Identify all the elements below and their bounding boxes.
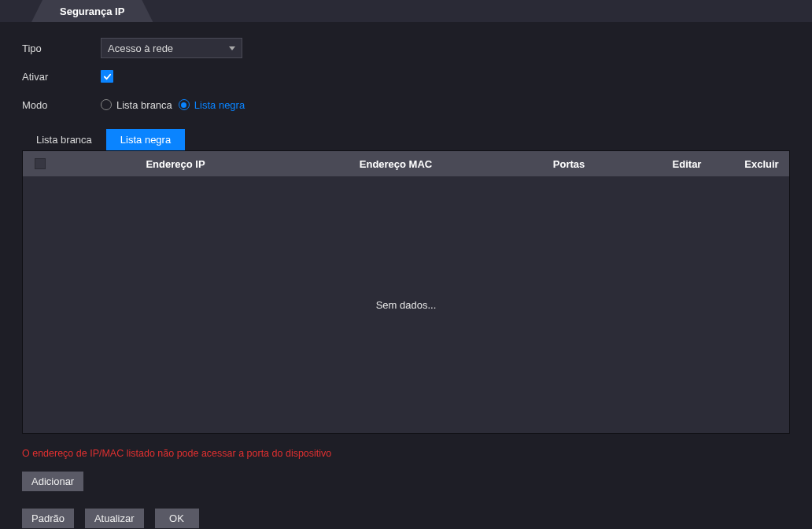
default-button[interactable]: Padrão [22,509,74,528]
checkbox-select-all[interactable] [35,158,46,169]
column-delete: Excluir [734,158,789,170]
table-header: Endereço IP Endereço MAC Portas Editar E… [23,151,789,176]
column-checkbox [23,158,57,169]
radio-lista-negra[interactable] [179,99,190,110]
row-ativar: Ativar [22,66,790,87]
add-button[interactable]: Adicionar [22,472,83,491]
page-tab-label: Segurança IP [60,6,124,17]
add-row: Adicionar [22,472,790,491]
radio-lista-branca[interactable] [101,99,112,110]
table: Endereço IP Endereço MAC Portas Editar E… [22,150,790,434]
content-area: Tipo Acesso à rede Ativar Modo Lista bra… [0,22,812,528]
radio-label-lista-negra: Lista negra [194,99,245,111]
chevron-down-icon [229,46,235,50]
refresh-button[interactable]: Atualizar [85,509,144,528]
label-modo: Modo [22,99,101,111]
ok-button[interactable]: OK [155,509,199,528]
column-mac: Endereço MAC [293,158,498,170]
subtab-lista-branca[interactable]: Lista branca [22,129,106,150]
column-edit: Editar [640,158,734,170]
radio-label-lista-branca: Lista branca [116,99,172,111]
label-tipo: Tipo [22,43,101,54]
bottom-buttons: Padrão Atualizar OK [22,509,790,528]
page-tab-seguranca-ip[interactable]: Segurança IP [31,0,153,22]
subtab-lista-negra[interactable]: Lista negra [106,129,185,150]
column-ip: Endereço IP [57,158,293,170]
column-ports: Portas [498,158,640,170]
select-tipo[interactable]: Acesso à rede [101,38,242,58]
radio-group-modo: Lista branca Lista negra [101,99,248,111]
checkbox-ativar[interactable] [101,70,113,83]
table-body: Sem dados... [23,176,789,433]
top-bar: Segurança IP [0,0,812,22]
subtabs: Lista branca Lista negra [22,129,790,150]
row-tipo: Tipo Acesso à rede [22,38,790,58]
label-ativar: Ativar [22,71,101,83]
select-tipo-value: Acesso à rede [108,43,173,54]
check-icon [103,72,112,81]
row-modo: Modo Lista branca Lista negra [22,94,790,115]
table-empty-text: Sem dados... [376,299,437,311]
warning-text: O endereço de IP/MAC listado não pode ac… [22,448,790,459]
